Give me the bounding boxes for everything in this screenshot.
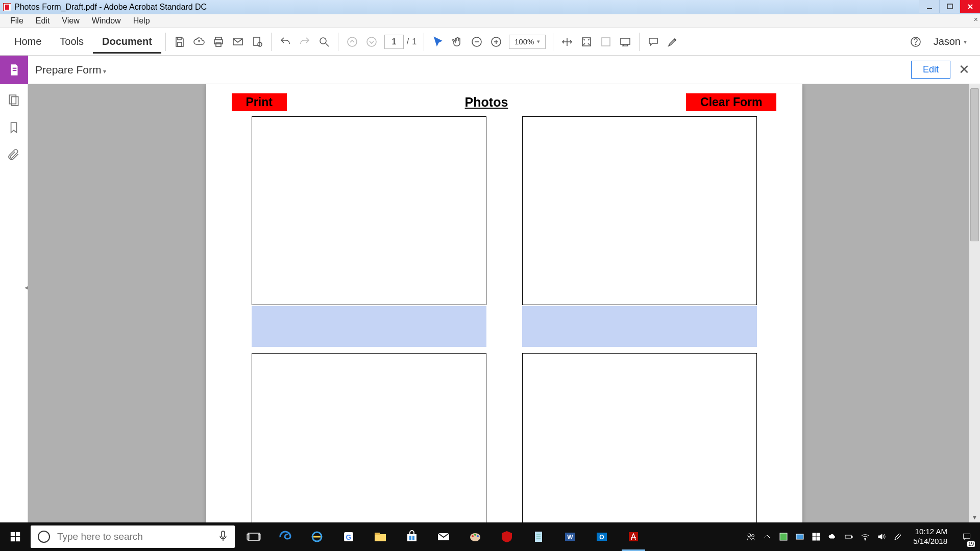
search-icon[interactable] <box>314 32 334 52</box>
form-print-button[interactable]: Print <box>232 93 287 111</box>
taskbar-app-outlook[interactable]: O <box>586 522 618 551</box>
taskbar-app-edge[interactable] <box>270 522 301 551</box>
svg-rect-23 <box>602 38 610 46</box>
taskbar-search[interactable]: Type here to search <box>31 525 235 548</box>
prepare-form-icon[interactable] <box>0 56 28 84</box>
menu-view[interactable]: View <box>56 15 85 27</box>
fit-page-icon[interactable] <box>577 32 596 52</box>
taskbar-app-ie[interactable] <box>301 522 333 551</box>
stamp-icon[interactable] <box>248 32 267 52</box>
svg-text:W: W <box>567 534 573 541</box>
main-toolbar: Home Tools Document / 1 100% Jason▾ <box>0 28 980 56</box>
tray-wifi-icon[interactable] <box>859 531 871 543</box>
zoom-in-icon[interactable] <box>486 32 506 52</box>
start-button[interactable] <box>0 522 31 551</box>
context-title[interactable]: Prepare Form <box>35 64 106 76</box>
fit-width-icon[interactable] <box>557 32 577 52</box>
undo-icon[interactable] <box>276 32 295 52</box>
save-icon[interactable] <box>170 32 189 52</box>
svg-point-26 <box>915 44 916 45</box>
svg-rect-69 <box>813 537 816 540</box>
chevron-down-icon: ▾ <box>964 38 967 45</box>
task-view-icon[interactable] <box>238 522 270 551</box>
zoom-out-icon[interactable] <box>467 32 486 52</box>
acrobat-icon <box>3 3 11 11</box>
document-close-button[interactable]: × <box>974 15 978 23</box>
tray-app-icon-2[interactable] <box>794 531 806 543</box>
menu-bar: File Edit View Window Help <box>0 14 980 28</box>
form-clear-button[interactable]: Clear Form <box>686 93 776 111</box>
photo-field-3[interactable] <box>252 353 486 522</box>
edit-button[interactable]: Edit <box>911 61 950 79</box>
taskbar-app-notepad[interactable] <box>523 522 554 551</box>
bookmarks-panel-icon[interactable] <box>7 121 20 136</box>
taskbar-app-acrobat[interactable] <box>618 522 649 551</box>
fullscreen-icon[interactable] <box>596 32 616 52</box>
read-mode-icon[interactable] <box>616 32 635 52</box>
cloud-upload-icon[interactable] <box>189 32 209 52</box>
taskbar-app-store[interactable] <box>396 522 428 551</box>
tab-tools[interactable]: Tools <box>51 30 93 54</box>
page-number-input[interactable] <box>384 35 404 49</box>
photo-field-2[interactable] <box>522 116 757 305</box>
pdf-page: Print Photos Clear Form <box>206 84 802 522</box>
taskbar-app-mcafee[interactable] <box>491 522 523 551</box>
window-minimize-button[interactable] <box>919 0 939 13</box>
menu-edit[interactable]: Edit <box>30 15 56 27</box>
zoom-level-dropdown[interactable]: 100% <box>509 35 546 49</box>
comment-icon[interactable] <box>644 32 663 52</box>
people-icon[interactable] <box>745 531 757 543</box>
svg-rect-5 <box>178 42 182 46</box>
tray-volume-icon[interactable] <box>875 531 888 543</box>
window-maximize-button[interactable] <box>939 0 960 13</box>
svg-rect-71 <box>845 535 851 538</box>
page-up-icon[interactable] <box>342 32 362 52</box>
tray-pen-icon[interactable] <box>892 531 904 543</box>
caption-field-1[interactable] <box>252 306 486 347</box>
window-close-button[interactable] <box>960 0 980 13</box>
menu-help[interactable]: Help <box>127 15 156 27</box>
print-icon[interactable] <box>209 32 228 52</box>
taskbar-app-word[interactable]: W <box>554 522 586 551</box>
tray-app-icon-1[interactable] <box>777 531 790 543</box>
vertical-scrollbar[interactable]: ▲ ▼ <box>969 84 980 522</box>
taskbar-clock[interactable]: 10:12 AM 5/14/2018 <box>908 527 952 546</box>
photo-field-1[interactable] <box>252 116 486 305</box>
svg-rect-36 <box>248 533 259 540</box>
caption-field-2[interactable] <box>522 306 757 347</box>
menu-window[interactable]: Window <box>86 15 127 27</box>
document-viewport[interactable]: Print Photos Clear Form <box>28 84 980 522</box>
tray-onedrive-icon[interactable] <box>826 531 839 543</box>
tab-document[interactable]: Document <box>93 30 161 54</box>
photo-field-4[interactable] <box>522 353 757 522</box>
thumbnails-panel-icon[interactable] <box>7 93 20 109</box>
svg-rect-44 <box>407 534 416 541</box>
menu-file[interactable]: File <box>4 15 30 27</box>
svg-rect-65 <box>780 533 787 540</box>
attachments-panel-icon[interactable] <box>7 148 20 164</box>
tray-chevron-icon[interactable] <box>761 531 773 543</box>
hand-tool-icon[interactable] <box>448 32 467 52</box>
user-menu[interactable]: Jason▾ <box>925 36 975 47</box>
page-down-icon[interactable] <box>362 32 381 52</box>
tray-battery-icon[interactable] <box>843 531 855 543</box>
scroll-down-icon[interactable]: ▼ <box>969 512 980 522</box>
toolbar-separator <box>553 33 553 51</box>
help-icon[interactable] <box>906 32 925 52</box>
mic-icon[interactable] <box>218 530 228 544</box>
email-icon[interactable] <box>228 32 248 52</box>
taskbar-app-paint[interactable] <box>459 522 491 551</box>
selection-tool-icon[interactable] <box>428 32 448 52</box>
svg-rect-54 <box>535 532 542 542</box>
highlight-icon[interactable] <box>663 32 682 52</box>
tab-home[interactable]: Home <box>5 30 51 54</box>
close-panel-button[interactable]: ✕ <box>959 62 970 78</box>
taskbar-app-mail[interactable] <box>428 522 459 551</box>
redo-icon[interactable] <box>295 32 314 52</box>
scrollbar-thumb[interactable] <box>970 88 979 241</box>
taskbar-app-explorer[interactable] <box>364 522 396 551</box>
taskbar-app-chrome[interactable]: G <box>333 522 364 551</box>
action-center-icon[interactable]: 19 <box>957 522 977 551</box>
tray-app-icon-3[interactable] <box>810 531 822 543</box>
svg-rect-45 <box>409 536 411 538</box>
